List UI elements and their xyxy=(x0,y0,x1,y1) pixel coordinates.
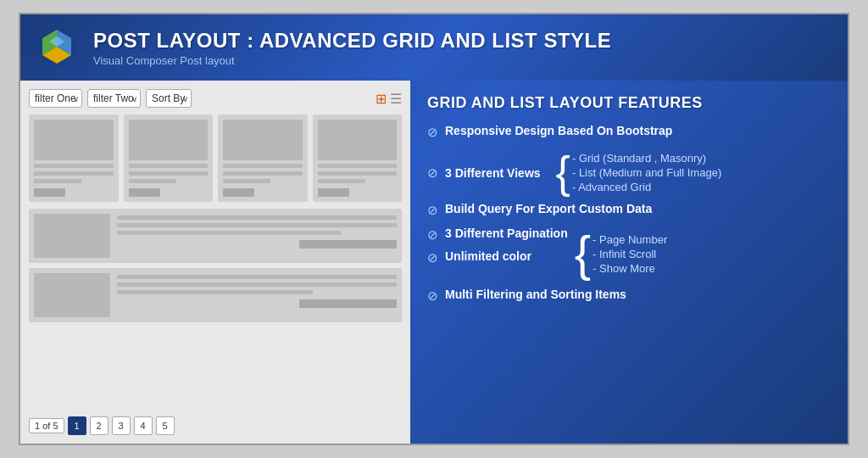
list-image xyxy=(34,273,110,317)
main-card: POST LAYOUT : ADVANCED GRID AND LIST STY… xyxy=(19,13,849,445)
features-title: GRID AND LIST LAYOUT FEATURES xyxy=(427,94,831,112)
check-icon-4: ⊘ xyxy=(427,227,438,243)
card-button xyxy=(129,188,160,197)
brace-icon-views: { xyxy=(556,148,570,197)
list-line xyxy=(117,275,397,279)
sub-item-list: - List (Medium and Full Image) xyxy=(572,166,721,179)
header-text: POST LAYOUT : ADVANCED GRID AND LIST STY… xyxy=(93,29,611,67)
filter-bar: filter One filter Two Sort By ⊞ ☰ xyxy=(29,89,402,108)
list-card-2 xyxy=(29,268,402,322)
filter-two-wrapper[interactable]: filter Two xyxy=(87,89,141,108)
page-btn-1[interactable]: 1 xyxy=(68,416,86,435)
card-line xyxy=(129,164,209,168)
pagination-brace-group: { - Page Number - Infinit Scroll - Show … xyxy=(568,226,668,281)
list-image xyxy=(34,214,110,258)
subtitle: Visual Composer Post layout xyxy=(93,54,611,67)
left-panel: filter One filter Two Sort By ⊞ ☰ xyxy=(20,81,410,444)
card-line xyxy=(34,164,114,168)
pagination-sub-items: - Page Number - Infinit Scroll - Show Mo… xyxy=(593,233,667,275)
list-preview xyxy=(29,209,402,322)
card-line xyxy=(318,171,398,176)
sub-item-grid: - Grid (Standard , Masonry) xyxy=(572,152,721,165)
page-btn-2[interactable]: 2 xyxy=(90,416,108,435)
pagination-unlimited-left: ⊘ 3 Different Pagination ⊘ Unlimited col… xyxy=(427,226,568,265)
feature-label-2: 3 Different Views xyxy=(445,166,541,180)
view-icons: ⊞ ☰ xyxy=(376,91,402,107)
page-info: 1 of 5 xyxy=(29,418,64,433)
feature-label-5: Unlimited color xyxy=(445,249,531,263)
list-line xyxy=(117,290,313,294)
card-button xyxy=(34,188,65,197)
filter-two-select[interactable]: filter Two xyxy=(87,89,141,108)
card-line xyxy=(223,164,303,168)
main-title: POST LAYOUT : ADVANCED GRID AND LIST STY… xyxy=(93,29,611,53)
grid-card-1 xyxy=(29,114,119,202)
feature-label-1: Responsive Design Based On Bootstrap xyxy=(445,124,672,137)
card-line xyxy=(223,171,303,176)
card-image xyxy=(129,120,209,160)
main-content: filter One filter Two Sort By ⊞ ☰ xyxy=(20,81,848,444)
grid-card-2 xyxy=(124,114,214,202)
check-icon-3: ⊘ xyxy=(427,203,438,218)
pagination-unlimited-group: ⊘ 3 Different Pagination ⊘ Unlimited col… xyxy=(427,226,831,281)
grid-preview xyxy=(29,114,402,202)
card-line-short xyxy=(129,179,176,183)
sub-item-infinit: - Infinit Scroll xyxy=(593,248,667,260)
sort-by-select[interactable]: Sort By xyxy=(146,89,192,108)
check-icon-2: ⊘ xyxy=(427,165,438,181)
filter-one-wrapper[interactable]: filter One xyxy=(29,89,82,108)
grid-card-4 xyxy=(313,114,403,202)
feature-item-query: ⊘ Build Query For Export Custom Data xyxy=(427,202,831,218)
sub-item-page-number: - Page Number xyxy=(593,233,667,246)
check-icon-6: ⊘ xyxy=(427,288,438,304)
feature-item-filtering: ⊘ Multi Filtering and Sorting Items xyxy=(427,288,831,304)
card-line-short xyxy=(223,179,270,183)
right-panel: GRID AND LIST LAYOUT FEATURES ⊘ Responsi… xyxy=(410,81,848,444)
filter-one-select[interactable]: filter One xyxy=(29,89,82,108)
sub-item-advanced: - Advanced Grid xyxy=(572,181,721,193)
page-btn-3[interactable]: 3 xyxy=(112,416,131,435)
check-icon-1: ⊘ xyxy=(427,125,438,140)
feature-item-pagination: ⊘ 3 Different Pagination xyxy=(427,226,568,243)
page-btn-4[interactable]: 4 xyxy=(134,416,153,435)
feature-label-4: 3 Different Pagination xyxy=(445,226,568,240)
card-image xyxy=(34,120,114,160)
grid-view-icon[interactable]: ⊞ xyxy=(376,91,387,107)
feature-item-color: ⊘ Unlimited color xyxy=(427,249,568,265)
list-button xyxy=(299,240,398,249)
list-button xyxy=(299,299,398,308)
list-line xyxy=(117,282,397,287)
feature-item-views: ⊘ 3 Different Views { - Grid (Standard ,… xyxy=(427,148,831,197)
card-button xyxy=(223,188,254,197)
page-btn-5[interactable]: 5 xyxy=(156,416,175,435)
sort-by-wrapper[interactable]: Sort By xyxy=(146,89,192,108)
views-brace-group: { - Grid (Standard , Masonry) - List (Me… xyxy=(551,148,722,197)
feature-label-6: Multi Filtering and Sorting Items xyxy=(445,288,626,301)
grid-card-3 xyxy=(218,114,308,202)
sub-item-show-more: - Show More xyxy=(593,262,667,275)
card-line-short xyxy=(34,179,81,183)
card-line xyxy=(318,164,398,168)
check-icon-5: ⊘ xyxy=(427,250,438,265)
card-image xyxy=(318,120,398,160)
list-card-1 xyxy=(29,209,402,263)
card-line xyxy=(129,171,209,176)
list-view-icon[interactable]: ☰ xyxy=(390,91,402,107)
header: POST LAYOUT : ADVANCED GRID AND LIST STY… xyxy=(20,14,848,81)
list-line xyxy=(117,231,341,235)
list-content xyxy=(117,214,397,249)
feature-label-3: Build Query For Export Custom Data xyxy=(445,202,652,215)
list-line xyxy=(117,215,397,220)
card-line xyxy=(34,171,114,176)
card-button xyxy=(318,188,349,197)
pagination: 1 of 5 1 2 3 4 5 xyxy=(29,416,402,435)
list-line xyxy=(117,223,397,227)
brace-icon-pagination: { xyxy=(575,226,591,281)
logo xyxy=(34,25,80,70)
card-image xyxy=(223,120,303,160)
list-content xyxy=(117,273,397,308)
feature-item-responsive: ⊘ Responsive Design Based On Bootstrap xyxy=(427,124,831,140)
views-sub-items: - Grid (Standard , Masonry) - List (Medi… xyxy=(572,152,721,193)
card-line-short xyxy=(318,179,365,183)
